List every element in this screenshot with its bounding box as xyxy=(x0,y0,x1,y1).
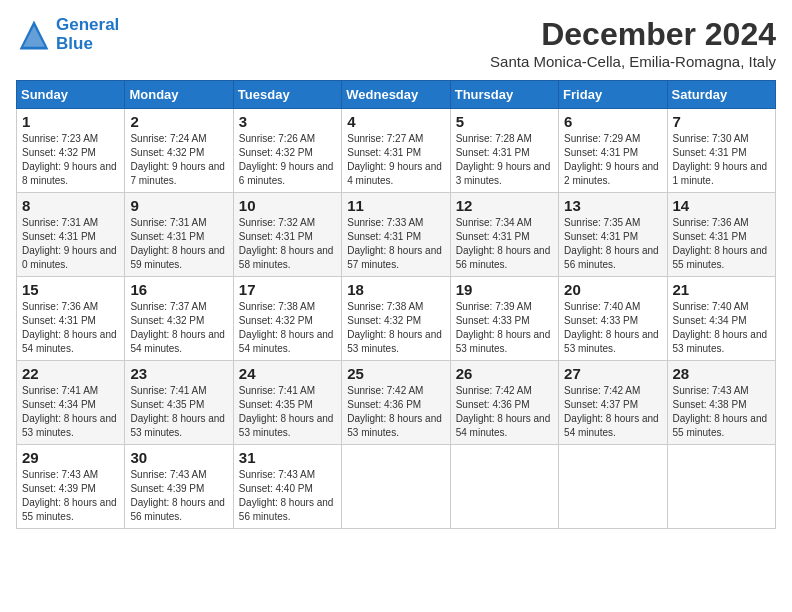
day-number-18: 18 xyxy=(347,281,444,298)
day-info-16: Sunrise: 7:37 AMSunset: 4:32 PMDaylight:… xyxy=(130,300,227,356)
day-info-2: Sunrise: 7:24 AMSunset: 4:32 PMDaylight:… xyxy=(130,132,227,188)
day-cell-10: 10Sunrise: 7:32 AMSunset: 4:31 PMDayligh… xyxy=(233,193,341,277)
header-tuesday: Tuesday xyxy=(233,81,341,109)
day-number-31: 31 xyxy=(239,449,336,466)
day-number-1: 1 xyxy=(22,113,119,130)
day-cell-1: 1Sunrise: 7:23 AMSunset: 4:32 PMDaylight… xyxy=(17,109,125,193)
day-cell-6: 6Sunrise: 7:29 AMSunset: 4:31 PMDaylight… xyxy=(559,109,667,193)
header-friday: Friday xyxy=(559,81,667,109)
day-number-19: 19 xyxy=(456,281,553,298)
day-cell-4: 4Sunrise: 7:27 AMSunset: 4:31 PMDaylight… xyxy=(342,109,450,193)
day-info-8: Sunrise: 7:31 AMSunset: 4:31 PMDaylight:… xyxy=(22,216,119,272)
logo-general: General xyxy=(56,16,119,35)
day-cell-24: 24Sunrise: 7:41 AMSunset: 4:35 PMDayligh… xyxy=(233,361,341,445)
day-cell-13: 13Sunrise: 7:35 AMSunset: 4:31 PMDayligh… xyxy=(559,193,667,277)
header-thursday: Thursday xyxy=(450,81,558,109)
day-number-29: 29 xyxy=(22,449,119,466)
day-cell-19: 19Sunrise: 7:39 AMSunset: 4:33 PMDayligh… xyxy=(450,277,558,361)
day-info-18: Sunrise: 7:38 AMSunset: 4:32 PMDaylight:… xyxy=(347,300,444,356)
month-title: December 2024 xyxy=(490,16,776,53)
day-info-29: Sunrise: 7:43 AMSunset: 4:39 PMDaylight:… xyxy=(22,468,119,524)
day-number-24: 24 xyxy=(239,365,336,382)
day-info-27: Sunrise: 7:42 AMSunset: 4:37 PMDaylight:… xyxy=(564,384,661,440)
day-number-26: 26 xyxy=(456,365,553,382)
day-cell-25: 25Sunrise: 7:42 AMSunset: 4:36 PMDayligh… xyxy=(342,361,450,445)
day-info-22: Sunrise: 7:41 AMSunset: 4:34 PMDaylight:… xyxy=(22,384,119,440)
day-number-30: 30 xyxy=(130,449,227,466)
day-number-21: 21 xyxy=(673,281,770,298)
calendar-table: SundayMondayTuesdayWednesdayThursdayFrid… xyxy=(16,80,776,529)
day-cell-28: 28Sunrise: 7:43 AMSunset: 4:38 PMDayligh… xyxy=(667,361,775,445)
day-cell-18: 18Sunrise: 7:38 AMSunset: 4:32 PMDayligh… xyxy=(342,277,450,361)
week-row-5: 29Sunrise: 7:43 AMSunset: 4:39 PMDayligh… xyxy=(17,445,776,529)
day-cell-29: 29Sunrise: 7:43 AMSunset: 4:39 PMDayligh… xyxy=(17,445,125,529)
day-cell-15: 15Sunrise: 7:36 AMSunset: 4:31 PMDayligh… xyxy=(17,277,125,361)
logo-text: General Blue xyxy=(56,16,119,53)
day-info-14: Sunrise: 7:36 AMSunset: 4:31 PMDaylight:… xyxy=(673,216,770,272)
day-cell-7: 7Sunrise: 7:30 AMSunset: 4:31 PMDaylight… xyxy=(667,109,775,193)
header-monday: Monday xyxy=(125,81,233,109)
day-info-25: Sunrise: 7:42 AMSunset: 4:36 PMDaylight:… xyxy=(347,384,444,440)
day-number-15: 15 xyxy=(22,281,119,298)
title-section: December 2024 Santa Monica-Cella, Emilia… xyxy=(490,16,776,70)
day-info-19: Sunrise: 7:39 AMSunset: 4:33 PMDaylight:… xyxy=(456,300,553,356)
day-number-28: 28 xyxy=(673,365,770,382)
day-cell-16: 16Sunrise: 7:37 AMSunset: 4:32 PMDayligh… xyxy=(125,277,233,361)
day-number-2: 2 xyxy=(130,113,227,130)
day-info-23: Sunrise: 7:41 AMSunset: 4:35 PMDaylight:… xyxy=(130,384,227,440)
generalblue-icon xyxy=(16,17,52,53)
day-info-9: Sunrise: 7:31 AMSunset: 4:31 PMDaylight:… xyxy=(130,216,227,272)
empty-cell xyxy=(667,445,775,529)
empty-cell xyxy=(559,445,667,529)
day-cell-22: 22Sunrise: 7:41 AMSunset: 4:34 PMDayligh… xyxy=(17,361,125,445)
day-info-7: Sunrise: 7:30 AMSunset: 4:31 PMDaylight:… xyxy=(673,132,770,188)
day-cell-2: 2Sunrise: 7:24 AMSunset: 4:32 PMDaylight… xyxy=(125,109,233,193)
day-number-14: 14 xyxy=(673,197,770,214)
day-info-5: Sunrise: 7:28 AMSunset: 4:31 PMDaylight:… xyxy=(456,132,553,188)
day-number-23: 23 xyxy=(130,365,227,382)
day-number-4: 4 xyxy=(347,113,444,130)
empty-cell xyxy=(342,445,450,529)
day-cell-3: 3Sunrise: 7:26 AMSunset: 4:32 PMDaylight… xyxy=(233,109,341,193)
day-cell-31: 31Sunrise: 7:43 AMSunset: 4:40 PMDayligh… xyxy=(233,445,341,529)
day-cell-12: 12Sunrise: 7:34 AMSunset: 4:31 PMDayligh… xyxy=(450,193,558,277)
day-info-4: Sunrise: 7:27 AMSunset: 4:31 PMDaylight:… xyxy=(347,132,444,188)
day-number-9: 9 xyxy=(130,197,227,214)
day-number-17: 17 xyxy=(239,281,336,298)
day-number-7: 7 xyxy=(673,113,770,130)
header: General Blue December 2024 Santa Monica-… xyxy=(16,16,776,70)
day-info-10: Sunrise: 7:32 AMSunset: 4:31 PMDaylight:… xyxy=(239,216,336,272)
day-cell-11: 11Sunrise: 7:33 AMSunset: 4:31 PMDayligh… xyxy=(342,193,450,277)
day-number-12: 12 xyxy=(456,197,553,214)
day-info-15: Sunrise: 7:36 AMSunset: 4:31 PMDaylight:… xyxy=(22,300,119,356)
day-number-5: 5 xyxy=(456,113,553,130)
page-container: General Blue December 2024 Santa Monica-… xyxy=(16,16,776,529)
header-saturday: Saturday xyxy=(667,81,775,109)
day-cell-20: 20Sunrise: 7:40 AMSunset: 4:33 PMDayligh… xyxy=(559,277,667,361)
day-info-20: Sunrise: 7:40 AMSunset: 4:33 PMDaylight:… xyxy=(564,300,661,356)
day-number-22: 22 xyxy=(22,365,119,382)
day-number-27: 27 xyxy=(564,365,661,382)
day-info-6: Sunrise: 7:29 AMSunset: 4:31 PMDaylight:… xyxy=(564,132,661,188)
day-info-12: Sunrise: 7:34 AMSunset: 4:31 PMDaylight:… xyxy=(456,216,553,272)
day-number-3: 3 xyxy=(239,113,336,130)
day-number-10: 10 xyxy=(239,197,336,214)
day-info-21: Sunrise: 7:40 AMSunset: 4:34 PMDaylight:… xyxy=(673,300,770,356)
day-cell-5: 5Sunrise: 7:28 AMSunset: 4:31 PMDaylight… xyxy=(450,109,558,193)
logo-blue: Blue xyxy=(56,35,119,54)
empty-cell xyxy=(450,445,558,529)
location-title: Santa Monica-Cella, Emilia-Romagna, Ital… xyxy=(490,53,776,70)
day-info-13: Sunrise: 7:35 AMSunset: 4:31 PMDaylight:… xyxy=(564,216,661,272)
day-info-17: Sunrise: 7:38 AMSunset: 4:32 PMDaylight:… xyxy=(239,300,336,356)
header-sunday: Sunday xyxy=(17,81,125,109)
logo: General Blue xyxy=(16,16,119,53)
day-cell-8: 8Sunrise: 7:31 AMSunset: 4:31 PMDaylight… xyxy=(17,193,125,277)
week-row-4: 22Sunrise: 7:41 AMSunset: 4:34 PMDayligh… xyxy=(17,361,776,445)
day-number-20: 20 xyxy=(564,281,661,298)
day-cell-21: 21Sunrise: 7:40 AMSunset: 4:34 PMDayligh… xyxy=(667,277,775,361)
week-row-3: 15Sunrise: 7:36 AMSunset: 4:31 PMDayligh… xyxy=(17,277,776,361)
header-wednesday: Wednesday xyxy=(342,81,450,109)
day-cell-23: 23Sunrise: 7:41 AMSunset: 4:35 PMDayligh… xyxy=(125,361,233,445)
day-cell-26: 26Sunrise: 7:42 AMSunset: 4:36 PMDayligh… xyxy=(450,361,558,445)
week-row-1: 1Sunrise: 7:23 AMSunset: 4:32 PMDaylight… xyxy=(17,109,776,193)
